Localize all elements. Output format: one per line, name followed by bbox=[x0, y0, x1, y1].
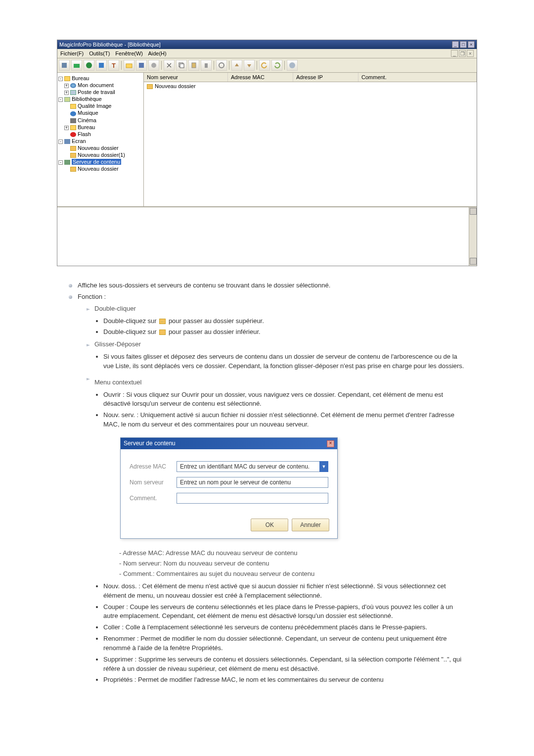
toolbar-folder-icon[interactable] bbox=[124, 60, 134, 71]
tree-bureau[interactable]: Bureau bbox=[72, 75, 89, 81]
tree-flash[interactable]: Flash bbox=[78, 131, 91, 137]
tree-nouvdoss1[interactable]: Nouveau dossier(1) bbox=[78, 152, 125, 158]
ctx-supprimer: Supprimer : Supprime les serveurs de con… bbox=[103, 655, 467, 674]
log-panel bbox=[57, 206, 477, 266]
mac-label: Adresse MAC bbox=[130, 463, 177, 471]
ctx-nouvserv: Nouv. serv. : Uniquement activé si aucun… bbox=[103, 411, 467, 429]
library-icon bbox=[64, 97, 70, 102]
tree-nouvdoss[interactable]: Nouveau dossier bbox=[78, 145, 119, 151]
menu-help[interactable]: Aide(H) bbox=[148, 50, 166, 56]
newfolder-icon bbox=[70, 153, 76, 158]
toolbar-save-icon[interactable] bbox=[136, 60, 147, 71]
ok-button[interactable]: OK bbox=[251, 519, 288, 531]
folder-tree[interactable]: -Bureau +Mon document +Poste de travail … bbox=[57, 73, 144, 206]
help-document: Affiche les sous-dossiers et serveurs de… bbox=[67, 281, 467, 685]
toolbar-disk-icon[interactable] bbox=[148, 60, 159, 71]
menu-tools[interactable]: Outils(T) bbox=[89, 50, 110, 56]
toolbar-globe-icon[interactable] bbox=[84, 60, 94, 71]
com-desc: - Comment.: Commentaires au sujet du nou… bbox=[119, 569, 467, 579]
server-icon bbox=[64, 160, 70, 165]
menu-file[interactable]: Fichier(F) bbox=[60, 50, 84, 56]
toolbar-icon-2[interactable] bbox=[71, 60, 82, 71]
col-mac[interactable]: Adresse MAC bbox=[228, 73, 293, 82]
child-close[interactable]: × bbox=[467, 50, 474, 57]
mac-input[interactable] bbox=[177, 461, 320, 472]
child-minimize[interactable]: _ bbox=[451, 50, 458, 57]
folder-icon bbox=[70, 125, 76, 130]
scroll-up-icon[interactable] bbox=[470, 208, 477, 215]
servername-label: Nom serveur bbox=[130, 478, 177, 487]
svg-rect-0 bbox=[62, 63, 67, 68]
toolbar-icon-1[interactable] bbox=[59, 60, 70, 71]
maximize-button[interactable]: □ bbox=[460, 41, 467, 48]
svg-rect-8 bbox=[180, 64, 184, 68]
flash-icon bbox=[70, 132, 76, 137]
app-window: MagicInfoPro Bibliothèque - [Bibliothèqu… bbox=[57, 40, 477, 266]
toolbar-gear-icon[interactable] bbox=[216, 60, 227, 71]
tree-serveur[interactable]: Serveur de contenu bbox=[72, 159, 121, 165]
tree-mondoc[interactable]: Mon document bbox=[78, 82, 114, 88]
col-comment[interactable]: Comment. bbox=[358, 73, 477, 82]
svg-point-11 bbox=[219, 63, 224, 68]
toolbar-undo-icon[interactable] bbox=[259, 60, 270, 71]
menu-window[interactable]: Fenêtre(W) bbox=[115, 50, 143, 56]
newfolder-icon bbox=[70, 146, 76, 151]
tree-nouvdoss-srv[interactable]: Nouveau dossier bbox=[78, 166, 119, 172]
tree-cinema[interactable]: Cinéma bbox=[78, 117, 96, 123]
dc-upper: Double-cliquez sur pour passer au dossie… bbox=[103, 317, 467, 326]
svg-rect-3 bbox=[99, 63, 104, 68]
dc-lower: Double-cliquez sur pour passer au dossie… bbox=[103, 328, 467, 337]
comment-input[interactable] bbox=[177, 493, 328, 504]
ctx-nouvdoss: Nouv. doss. : Cet élément de menu n'est … bbox=[103, 582, 467, 601]
globe-icon bbox=[70, 83, 76, 88]
music-icon bbox=[70, 111, 76, 116]
cinema-icon bbox=[70, 118, 76, 123]
ctx-ouvrir: Ouvrir : Si vous cliquez sur Ouvrir pour… bbox=[103, 390, 467, 409]
tree-poste[interactable]: Poste de travail bbox=[78, 89, 115, 95]
desc-line: Affiche les sous-dossiers et serveurs de… bbox=[67, 281, 467, 290]
toolbar-delete-icon[interactable] bbox=[201, 60, 212, 71]
menu-bar: Fichier(F) Outils(T) Fenêtre(W) Aide(H) … bbox=[57, 49, 477, 58]
tree-biblio[interactable]: Bibliothèque bbox=[72, 96, 102, 102]
toolbar-copy-icon[interactable] bbox=[176, 60, 187, 71]
col-name[interactable]: Nom serveur bbox=[144, 73, 228, 82]
list-item[interactable]: Nouveau dossier bbox=[144, 82, 477, 90]
toolbar-redo-icon[interactable] bbox=[271, 60, 282, 71]
mac-dropdown-icon[interactable]: ▼ bbox=[319, 461, 328, 472]
file-list: Nom serveur Adresse MAC Adresse IP Comme… bbox=[144, 73, 477, 206]
tree-qualite[interactable]: Qualité Image bbox=[78, 103, 111, 109]
toolbar-down-icon[interactable] bbox=[244, 60, 255, 71]
folder-icon bbox=[159, 330, 166, 335]
comment-label: Comment. bbox=[130, 494, 177, 503]
ctx-couper: Couper : Coupe les serveurs de contenu s… bbox=[103, 603, 467, 621]
cancel-button[interactable]: Annuler bbox=[292, 519, 329, 531]
toolbar-icon-4[interactable] bbox=[96, 60, 107, 71]
tree-bureau2[interactable]: Bureau bbox=[78, 124, 95, 130]
svg-rect-5 bbox=[139, 63, 144, 68]
ctx-coller: Coller : Colle à l'emplacement sélection… bbox=[103, 623, 467, 632]
row-name: Nouveau dossier bbox=[155, 83, 196, 89]
tree-musique[interactable]: Musique bbox=[78, 110, 98, 116]
toolbar-paste-icon[interactable] bbox=[188, 60, 199, 71]
col-ip[interactable]: Adresse IP bbox=[293, 73, 358, 82]
toolbar-info-icon[interactable] bbox=[287, 60, 298, 71]
window-controls: _ □ × bbox=[452, 41, 475, 48]
dialog-close-button[interactable]: × bbox=[327, 440, 334, 447]
folder-up-icon bbox=[159, 319, 166, 324]
close-button[interactable]: × bbox=[468, 41, 475, 48]
toolbar-up-icon[interactable] bbox=[231, 60, 242, 71]
svg-point-6 bbox=[151, 63, 156, 68]
scroll-down-icon[interactable] bbox=[470, 258, 477, 265]
minimize-button[interactable]: _ bbox=[452, 41, 459, 48]
toolbar-text-icon[interactable]: T bbox=[108, 60, 119, 71]
contextmenu-section: Menu contextuel Ouvrir : Si vous cliquez… bbox=[78, 374, 467, 685]
scrollbar[interactable] bbox=[469, 207, 477, 266]
child-restore[interactable]: ❐ bbox=[459, 50, 466, 57]
desktop-icon bbox=[64, 76, 70, 81]
svg-point-2 bbox=[86, 62, 92, 68]
servername-input[interactable] bbox=[177, 477, 328, 488]
dialog-title: Serveur de contenu bbox=[124, 439, 176, 448]
toolbar-cut-icon[interactable] bbox=[164, 60, 175, 71]
tree-ecran[interactable]: Ecran bbox=[72, 138, 86, 144]
image-icon bbox=[70, 104, 76, 109]
